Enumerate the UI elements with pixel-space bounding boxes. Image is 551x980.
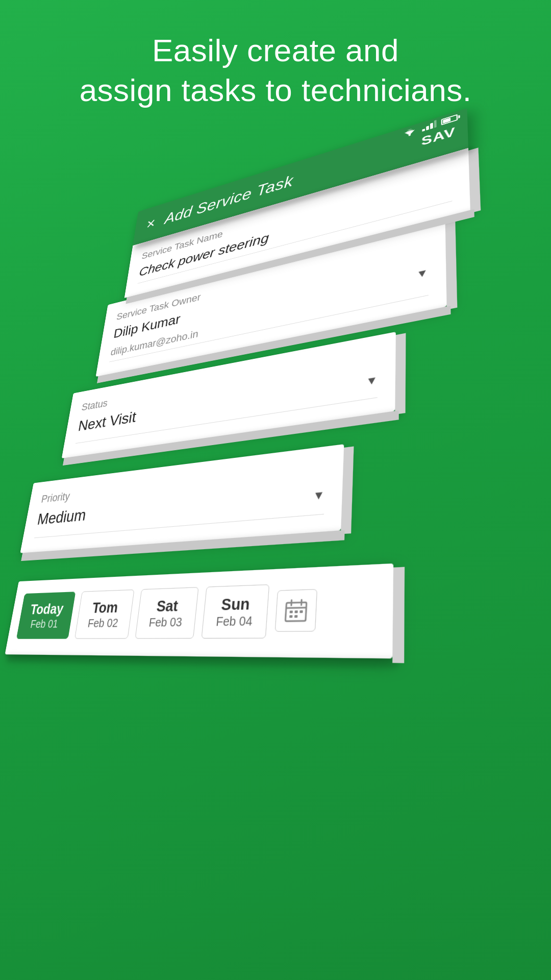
svg-rect-13 [294,610,297,613]
date-button[interactable]: Today Feb 01 [16,592,76,639]
date-month: Feb 01 [27,618,62,631]
wifi-icon [403,126,417,138]
svg-line-11 [301,600,302,605]
svg-rect-7 [434,120,437,128]
date-month: Feb 04 [214,614,255,629]
priority-value[interactable]: Medium [35,505,88,533]
svg-rect-4 [422,129,425,132]
signal-icon [421,120,436,132]
status-dropdown-arrow[interactable]: ▼ [365,374,378,388]
svg-line-9 [286,608,306,608]
priority-dropdown-arrow[interactable]: ▼ [312,488,325,503]
cards-container: × Add Service Task SAV Service Task Name… [0,143,551,980]
date-row: Today Feb 01 Tom Feb 02 Sat Feb 03 Sun F… [16,580,380,639]
svg-rect-12 [289,610,292,613]
date-day: Tom [88,598,123,617]
svg-rect-14 [299,610,303,613]
date-button[interactable]: Tom Feb 02 [74,590,134,639]
owner-dropdown-arrow[interactable]: ▼ [416,266,428,280]
svg-rect-5 [426,126,429,130]
hero-text: Easily create and assign tasks to techni… [0,31,551,110]
date-day: Sun [215,594,256,615]
calendar-button[interactable] [274,589,317,632]
close-button[interactable]: × [145,214,156,233]
date-picker-card: Today Feb 01 Tom Feb 02 Sat Feb 03 Sun F… [5,564,394,659]
date-month: Feb 02 [86,617,120,630]
date-month: Feb 03 [146,615,184,629]
svg-rect-15 [289,615,292,618]
date-day: Today [29,600,65,618]
battery-icon [441,114,458,126]
date-day: Sat [148,596,186,616]
svg-rect-16 [294,615,297,618]
svg-line-10 [291,600,291,605]
date-button[interactable]: Sat Feb 03 [135,587,198,639]
date-button[interactable]: Sun Feb 04 [201,584,269,639]
svg-rect-6 [430,122,433,129]
calendar-icon [284,598,308,622]
